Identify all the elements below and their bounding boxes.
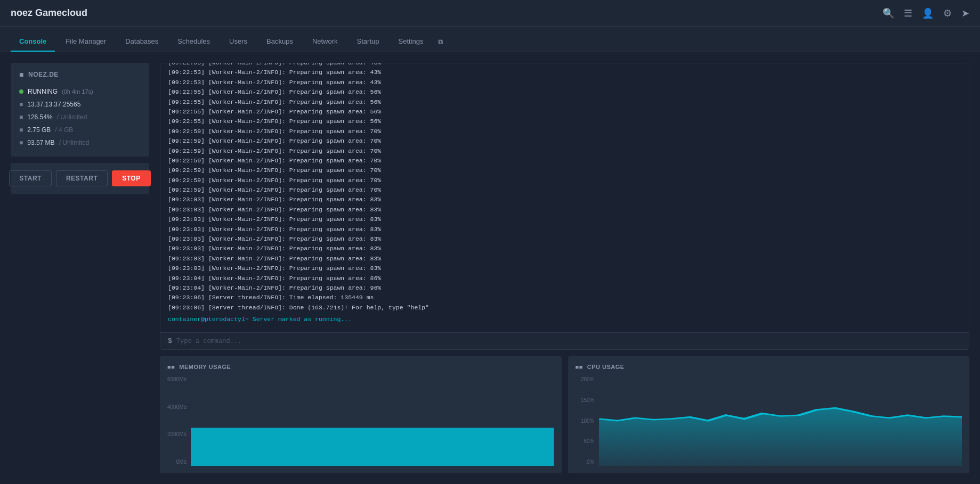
disk-icon: ■: [19, 139, 23, 146]
status-label: RUNNING: [28, 88, 58, 95]
server-name: NOEZ.DE: [28, 71, 59, 78]
cpu-chart-icon: ■■: [576, 364, 583, 370]
network-icon: ■: [19, 101, 23, 108]
restart-button[interactable]: RESTART: [56, 170, 108, 186]
console-prompt-text: container@pterodactyl~ Server marked as …: [168, 315, 352, 324]
disk-limit: Unlimited: [62, 139, 89, 146]
console-card: [09:22:53] [Worker-Main-2/INFO]: Prepari…: [160, 63, 969, 350]
server-info-card: ■ NOEZ.DE RUNNING (0h 4m 17s) ■ 13.37.13…: [11, 63, 149, 157]
cpu-y-100: 100%: [576, 418, 595, 424]
console-log-line: [09:22:53] [Worker-Main-2/INFO]: Prepari…: [168, 63, 961, 68]
cpu-limit: Unlimited: [60, 113, 87, 121]
cpu-chart-canvas: [599, 375, 962, 466]
ram-usage: 2.75 GB: [27, 126, 51, 134]
charts-row: ■■ MEMORY USAGE 6000Mb 4000Mb 2000Mb 0Mb: [160, 356, 969, 473]
console-output: [09:22:53] [Worker-Main-2/INFO]: Prepari…: [160, 63, 969, 332]
prompt-symbol: $: [168, 337, 172, 345]
console-log-line: [09:22:59] [Worker-Main-2/INFO]: Prepari…: [168, 185, 961, 195]
tab-users[interactable]: Users: [221, 32, 256, 52]
account-icon[interactable]: 👤: [922, 7, 934, 19]
cpu-chart-title: CPU USAGE: [587, 364, 625, 370]
tab-startup[interactable]: Startup: [349, 32, 388, 52]
tab-settings[interactable]: Settings: [390, 32, 432, 52]
cpu-chart-card: ■■ CPU USAGE 200% 150% 100% 50% 0%: [568, 356, 970, 473]
memory-chart-card: ■■ MEMORY USAGE 6000Mb 4000Mb 2000Mb 0Mb: [160, 356, 562, 473]
top-bar: noez Gamecloud 🔍 ☰ 👤 ⚙ ➤: [0, 0, 980, 27]
tab-file-manager[interactable]: File Manager: [57, 32, 115, 52]
right-panel: [09:22:53] [Worker-Main-2/INFO]: Prepari…: [160, 63, 969, 473]
left-panel: ■ NOEZ.DE RUNNING (0h 4m 17s) ■ 13.37.13…: [11, 63, 149, 473]
ram-limit: 4 GB: [59, 126, 73, 134]
settings-icon[interactable]: ⚙: [943, 7, 952, 19]
memory-y-labels: 6000Mb 4000Mb 2000Mb 0Mb: [167, 375, 189, 466]
svg-rect-0: [191, 428, 554, 466]
server-info-header: ■ NOEZ.DE: [19, 70, 141, 79]
status-dot: [19, 89, 23, 94]
stop-button[interactable]: STOP: [112, 170, 150, 186]
memory-chart-svg: [191, 375, 554, 466]
memory-y-6000: 6000Mb: [167, 376, 187, 382]
memory-chart-area: 6000Mb 4000Mb 2000Mb 0Mb: [167, 375, 554, 466]
cpu-icon: ■: [19, 113, 23, 121]
memory-y-2000: 2000Mb: [167, 431, 187, 437]
tab-backups[interactable]: Backups: [258, 32, 302, 52]
console-log-line: [09:23:04] [Worker-Main-2/INFO]: Prepari…: [168, 274, 961, 283]
cpu-y-labels: 200% 150% 100% 50% 0%: [576, 375, 597, 466]
console-log-line: [09:23:03] [Worker-Main-2/INFO]: Prepari…: [168, 264, 961, 273]
tab-databases[interactable]: Databases: [117, 32, 167, 52]
cpu-y-150: 150%: [576, 397, 595, 403]
console-log-line: [09:22:55] [Worker-Main-2/INFO]: Prepari…: [168, 117, 961, 126]
memory-y-4000: 4000Mb: [167, 404, 187, 410]
console-log-line: [09:22:59] [Worker-Main-2/INFO]: Prepari…: [168, 136, 961, 146]
console-log-line: [09:23:03] [Worker-Main-2/INFO]: Prepari…: [168, 244, 961, 253]
uptime-label: (0h 4m 17s): [62, 88, 93, 95]
console-log-line: [09:22:55] [Worker-Main-2/INFO]: Prepari…: [168, 87, 961, 97]
ip-value: 13.37.13.37:25565: [27, 101, 80, 108]
logout-icon[interactable]: ➤: [961, 7, 969, 19]
console-input[interactable]: [176, 338, 961, 345]
ram-icon: ■: [19, 126, 23, 134]
console-log-line: [09:23:03] [Worker-Main-2/INFO]: Prepari…: [168, 205, 961, 215]
cpu-usage: 126.54%: [27, 113, 52, 121]
start-button[interactable]: START: [9, 170, 52, 186]
memory-chart-header: ■■ MEMORY USAGE: [167, 364, 554, 370]
console-log-line: [09:23:03] [Worker-Main-2/INFO]: Prepari…: [168, 234, 961, 244]
console-log-line: [09:23:04] [Worker-Main-2/INFO]: Prepari…: [168, 283, 961, 293]
console-log-line: [09:23:03] [Worker-Main-2/INFO]: Prepari…: [168, 215, 961, 224]
console-log-line: [09:23:03] [Worker-Main-2/INFO]: Prepari…: [168, 195, 961, 204]
ip-row: ■ 13.37.13.37:25565: [19, 98, 141, 111]
console-log-line: [09:22:55] [Worker-Main-2/INFO]: Prepari…: [168, 107, 961, 117]
top-icons: 🔍 ☰ 👤 ⚙ ➤: [882, 7, 969, 19]
search-icon[interactable]: 🔍: [882, 7, 894, 19]
server-icon: ■: [19, 70, 24, 79]
cpu-y-200: 200%: [576, 376, 595, 382]
tab-network[interactable]: Network: [304, 32, 346, 52]
cpu-chart-svg: [599, 375, 962, 466]
layers-icon[interactable]: ☰: [904, 7, 912, 19]
disk-usage: 93.57 MB: [27, 139, 54, 146]
status-row: RUNNING (0h 4m 17s): [19, 85, 141, 98]
tab-console[interactable]: Console: [11, 32, 55, 52]
tab-schedules[interactable]: Schedules: [169, 32, 218, 52]
server-actions: START RESTART STOP: [11, 163, 149, 194]
console-log-line: [09:22:59] [Worker-Main-2/INFO]: Prepari…: [168, 146, 961, 156]
ram-row: ■ 2.75 GB / 4 GB: [19, 124, 141, 136]
console-log-line: [09:22:55] [Worker-Main-2/INFO]: Prepari…: [168, 97, 961, 107]
app-title: noez Gamecloud: [11, 7, 882, 19]
external-link-icon[interactable]: ⧉: [434, 32, 447, 52]
console-log-line: [09:22:59] [Worker-Main-2/INFO]: Prepari…: [168, 127, 961, 136]
tab-bar: Console File Manager Databases Schedules…: [0, 27, 980, 52]
console-input-bar: $: [160, 332, 969, 349]
console-log-line: [09:23:06] [Server thread/INFO]: Time el…: [168, 293, 961, 302]
console-log-line: [09:23:06] [Server thread/INFO]: Done (1…: [168, 303, 961, 313]
console-log-line: [09:22:59] [Worker-Main-2/INFO]: Prepari…: [168, 176, 961, 185]
console-log-line: [09:22:53] [Worker-Main-2/INFO]: Prepari…: [168, 78, 961, 87]
memory-chart-canvas: [191, 375, 554, 466]
main-content: ■ NOEZ.DE RUNNING (0h 4m 17s) ■ 13.37.13…: [0, 52, 980, 484]
console-log-line: [09:22:53] [Worker-Main-2/INFO]: Prepari…: [168, 68, 961, 77]
console-log-line: [09:23:03] [Worker-Main-2/INFO]: Prepari…: [168, 225, 961, 234]
cpu-y-0: 0%: [576, 459, 595, 465]
memory-chart-icon: ■■: [167, 364, 175, 370]
cpu-y-50: 50%: [576, 438, 595, 444]
cpu-chart-header: ■■ CPU USAGE: [576, 364, 962, 370]
